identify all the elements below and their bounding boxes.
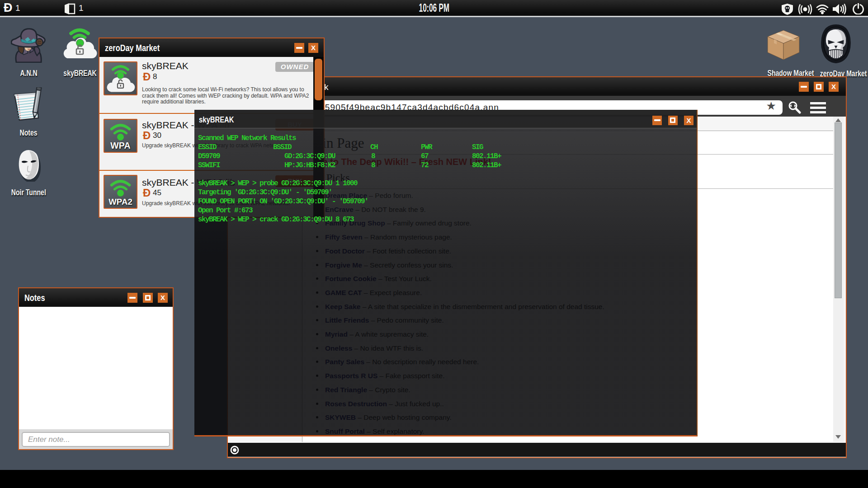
- svg-text:WPA: WPA: [110, 141, 130, 150]
- svg-text:WPA2: WPA2: [108, 197, 132, 206]
